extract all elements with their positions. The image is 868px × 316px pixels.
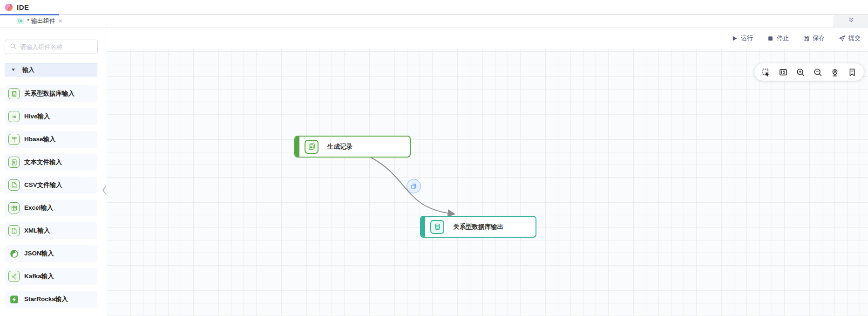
node-label: 生成记录 [327, 143, 353, 151]
sidebar-item[interactable]: x XML输入 [5, 222, 97, 239]
sidebar-item[interactable]: Kafka输入 [5, 268, 97, 285]
section-label: 输入 [22, 66, 34, 74]
ide-app: IDE DI * 输出组件 × 输入 关系型数据库输入 H [0, 0, 868, 316]
play-icon [731, 35, 738, 42]
search-input[interactable] [20, 43, 93, 50]
edge-copy-badge[interactable] [407, 179, 421, 193]
component-search[interactable] [5, 40, 98, 54]
close-icon[interactable]: × [59, 18, 62, 24]
stop-icon [767, 35, 774, 42]
collapse-tabs-button[interactable] [834, 15, 868, 27]
canvas-toolbar [754, 63, 864, 81]
starrocks-icon [8, 294, 20, 305]
logo-swirl-icon [4, 3, 14, 12]
double-chevron-down-icon [848, 16, 855, 26]
stop-button[interactable]: 停止 [767, 34, 789, 42]
sidebar-item[interactable]: Hbase输入 [5, 131, 97, 148]
json-icon [8, 248, 20, 259]
chevron-left-icon[interactable] [101, 184, 108, 198]
sidebar-item[interactable]: 文本文件输入 [5, 154, 97, 171]
save-label: 保存 [813, 34, 825, 42]
floppy-icon [803, 35, 810, 42]
sidebar-item[interactable]: Excel输入 [5, 199, 97, 216]
run-button[interactable]: 运行 [731, 34, 753, 42]
sidebar-item[interactable]: 关系型数据库输入 [5, 85, 97, 102]
action-bar: 运行 停止 保存 提交 [107, 27, 868, 49]
app-title: IDE [17, 3, 29, 11]
submit-label: 提交 [848, 34, 861, 42]
kafka-icon [8, 271, 20, 282]
relational-database-icon [8, 88, 20, 99]
csv-file-icon: csv [8, 179, 20, 191]
paper-plane-icon [839, 35, 846, 42]
di-badge: DI [17, 18, 24, 24]
content-row: 输入 关系型数据库输入 Hi Hive输入 Hbase输入 文本文件输入 csv… [0, 27, 868, 316]
svg-text:csv: csv [13, 185, 15, 187]
locate-icon[interactable] [830, 68, 840, 77]
bookmark-icon[interactable] [848, 68, 857, 77]
caret-down-icon [11, 68, 15, 72]
app-header: IDE [0, 0, 868, 15]
sidebar-item[interactable]: Hi Hive输入 [5, 108, 97, 125]
xml-file-icon: x [8, 225, 20, 236]
text-file-icon [8, 157, 20, 168]
node-generate-records[interactable]: 生成记录 [294, 136, 411, 158]
zoom-out-icon[interactable] [813, 68, 822, 77]
sidebar-item[interactable]: StarRocks输入 [5, 291, 97, 308]
minimap-icon[interactable] [779, 68, 788, 77]
tab-output-component[interactable]: DI * 输出组件 × [17, 17, 62, 25]
sidebar-item[interactable]: csv CSV文件输入 [5, 177, 97, 193]
svg-text:Hi: Hi [12, 115, 16, 119]
edge-layer [107, 49, 868, 316]
main-area: 运行 停止 保存 提交 [107, 27, 868, 316]
generate-records-icon [305, 140, 319, 154]
tab-title: * 输出组件 [27, 17, 55, 25]
hive-icon: Hi [8, 111, 20, 122]
section-header-input[interactable]: 输入 [5, 63, 97, 76]
excel-icon [8, 202, 20, 213]
marquee-select-icon[interactable] [761, 68, 771, 77]
hbase-icon [8, 134, 20, 145]
node-label: 关系型数据库输出 [453, 223, 503, 231]
save-button[interactable]: 保存 [803, 34, 825, 42]
submit-button[interactable]: 提交 [839, 34, 861, 42]
stop-label: 停止 [777, 34, 789, 42]
node-relational-db-output[interactable]: 关系型数据库输出 [420, 216, 536, 238]
zoom-in-icon[interactable] [796, 68, 805, 77]
component-sidebar: 输入 关系型数据库输入 Hi Hive输入 Hbase输入 文本文件输入 csv… [0, 27, 107, 316]
sidebar-item[interactable]: JSON输入 [5, 245, 97, 262]
search-icon [10, 43, 16, 51]
component-list: 关系型数据库输入 Hi Hive输入 Hbase输入 文本文件输入 csv CS… [5, 85, 97, 308]
svg-text:x: x [14, 230, 15, 233]
active-nav-underline [0, 14, 59, 15]
tab-bar: DI * 输出组件 × [0, 15, 868, 27]
node-accent-bar [295, 137, 299, 157]
copy-icon [410, 183, 417, 190]
node-accent-bar [421, 217, 425, 237]
flow-canvas[interactable]: 生成记录 关系型数据库输出 [107, 49, 868, 316]
relational-database-icon [430, 220, 444, 234]
run-label: 运行 [741, 34, 753, 42]
